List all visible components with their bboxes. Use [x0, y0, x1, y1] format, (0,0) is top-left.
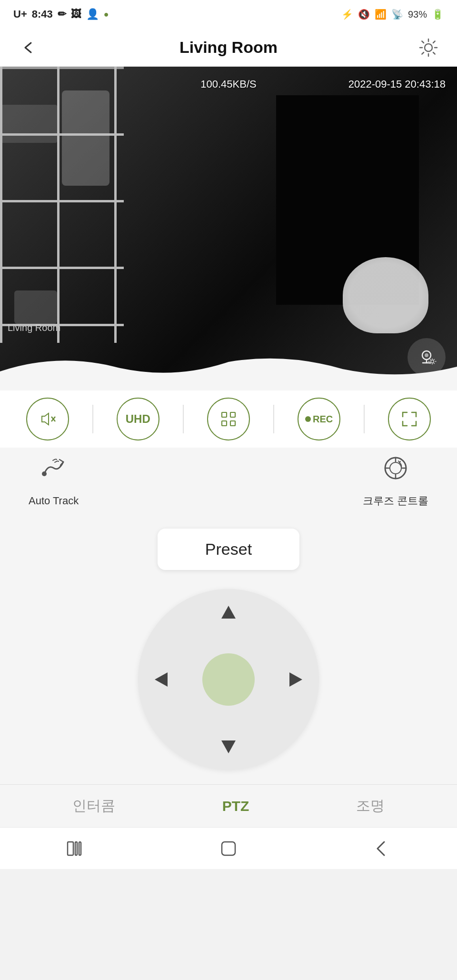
divider-3 [273, 405, 274, 433]
tab-lighting[interactable]: 조명 [342, 791, 399, 820]
header: Living Room [0, 29, 457, 67]
bluetooth-icon: ⚡ [341, 9, 353, 20]
nav-home-button[interactable] [209, 834, 248, 863]
svg-rect-7 [230, 412, 235, 417]
battery-label: 93% [408, 9, 427, 20]
svg-marker-17 [289, 672, 302, 687]
svg-marker-3 [42, 413, 49, 425]
dpad-container [0, 580, 457, 784]
svg-point-11 [42, 471, 47, 476]
nav-menu-button[interactable] [57, 834, 95, 863]
camera-room-label: Living Room [8, 322, 60, 333]
tab-bar: 인터콤 PTZ 조명 [0, 784, 457, 827]
mute-status-icon: 🔇 [358, 9, 370, 20]
controls-bar: UHD REC [0, 390, 457, 448]
feature-row: Auto Track 크루즈 콘트롤 [0, 448, 457, 514]
dpad-center-button[interactable] [202, 653, 255, 706]
svg-point-0 [425, 44, 432, 51]
svg-rect-8 [222, 421, 227, 426]
settings-button[interactable] [415, 34, 442, 61]
carrier-label: U+ [13, 8, 27, 20]
autotrack-button[interactable]: Auto Track [29, 455, 79, 507]
pencil-icon: ✏ [58, 8, 66, 20]
person-icon: 👤 [86, 8, 99, 20]
svg-rect-19 [75, 842, 77, 855]
divider-2 [183, 405, 184, 433]
dot-icon: ● [104, 10, 109, 20]
camera-datetime: 2022-09-15 20:43:18 [348, 78, 446, 90]
mute-button[interactable] [26, 398, 69, 440]
page-title: Living Room [42, 38, 415, 57]
signal-icon: 📡 [391, 9, 403, 20]
nav-back-button[interactable] [362, 834, 400, 863]
back-button[interactable] [15, 34, 42, 61]
wifi-status-icon: 📶 [375, 9, 387, 20]
status-bar: U+ 8:43 ✏ 🖼 👤 ● ⚡ 🔇 📶 📡 93% 🔋 [0, 0, 457, 29]
divider-4 [364, 405, 365, 433]
status-right: ⚡ 🔇 📶 📡 93% 🔋 [341, 9, 444, 20]
tab-ptz[interactable]: PTZ [208, 793, 264, 819]
cruise-button[interactable]: 크루즈 콘트롤 [363, 454, 428, 508]
rec-button[interactable]: REC [298, 398, 340, 440]
svg-rect-9 [230, 421, 235, 426]
image-icon: 🖼 [71, 8, 81, 20]
dpad-up-button[interactable] [214, 599, 243, 627]
svg-rect-20 [79, 842, 81, 855]
svg-marker-16 [155, 672, 168, 687]
svg-point-13 [390, 462, 401, 474]
bottom-nav [0, 827, 457, 869]
dpad-down-button[interactable] [214, 732, 243, 760]
cruise-icon [381, 454, 410, 488]
cruise-label: 크루즈 콘트롤 [363, 494, 428, 508]
battery-icon: 🔋 [432, 9, 444, 20]
autotrack-icon [40, 455, 68, 489]
autotrack-label: Auto Track [29, 495, 79, 507]
fullscreen-button[interactable] [388, 398, 431, 440]
svg-rect-6 [222, 412, 227, 417]
time-label: 8:43 [32, 8, 53, 20]
focus-button[interactable] [207, 398, 250, 440]
status-left: U+ 8:43 ✏ 🖼 👤 ● [13, 8, 109, 20]
dpad-right-button[interactable] [281, 665, 309, 694]
divider-1 [92, 405, 93, 433]
svg-point-10 [305, 416, 311, 422]
svg-rect-18 [68, 842, 73, 855]
preset-container: Preset [0, 514, 457, 580]
uhd-button[interactable]: UHD [117, 398, 159, 440]
svg-rect-21 [222, 842, 235, 855]
preset-button[interactable]: Preset [158, 529, 299, 570]
camera-feed: 100.45KB/S 2022-09-15 20:43:18 Living Ro… [0, 67, 457, 390]
svg-marker-15 [221, 740, 236, 753]
uhd-label: UHD [126, 412, 150, 426]
dpad-left-button[interactable] [148, 665, 176, 694]
dpad [138, 589, 319, 770]
tab-intercom[interactable]: 인터콤 [58, 791, 129, 820]
svg-marker-14 [221, 606, 236, 619]
camera-wave [0, 352, 457, 390]
camera-speed: 100.45KB/S [200, 78, 256, 90]
